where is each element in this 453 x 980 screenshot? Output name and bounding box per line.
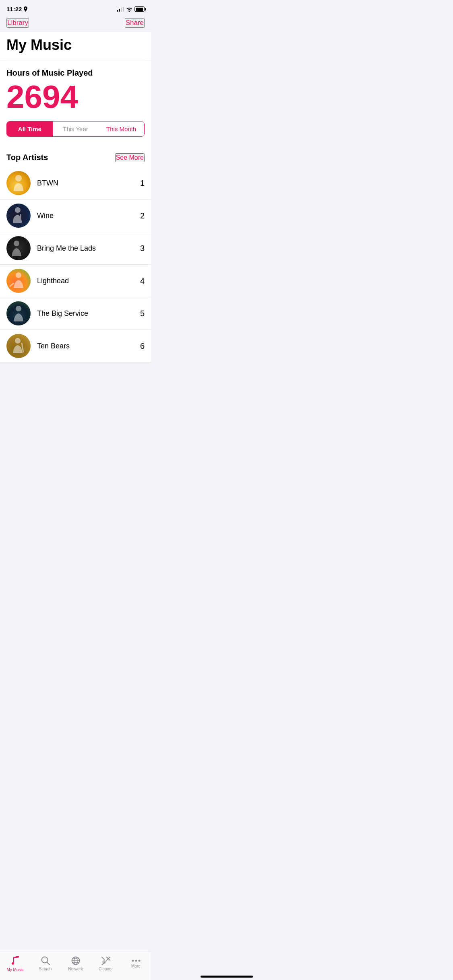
artist-avatar bbox=[6, 269, 31, 293]
artist-name: Ten Bears bbox=[37, 342, 140, 350]
stats-label: Hours of Music Played bbox=[6, 68, 145, 78]
status-time: 11:22 bbox=[6, 6, 22, 12]
artist-rank: 1 bbox=[140, 179, 145, 188]
svg-point-7 bbox=[15, 338, 21, 344]
location-icon bbox=[23, 6, 28, 12]
status-icons bbox=[117, 6, 145, 12]
artist-name: BTWN bbox=[37, 179, 140, 187]
page-title: My Music bbox=[0, 32, 151, 60]
all-time-filter[interactable]: All Time bbox=[7, 121, 53, 136]
artist-rank: 6 bbox=[140, 342, 145, 351]
artist-name: The Big Service bbox=[37, 309, 140, 318]
artist-item[interactable]: Ten Bears 6 bbox=[0, 330, 151, 362]
svg-point-6 bbox=[16, 306, 21, 311]
signal-bars bbox=[117, 7, 124, 12]
artist-rank: 2 bbox=[140, 211, 145, 220]
artist-item[interactable]: Bring Me the Lads 3 bbox=[0, 232, 151, 265]
see-more-button[interactable]: See More bbox=[115, 153, 145, 162]
this-year-filter[interactable]: This Year bbox=[53, 121, 99, 136]
artist-name: Bring Me the Lads bbox=[37, 244, 140, 253]
this-month-filter[interactable]: This Month bbox=[98, 121, 144, 136]
artist-item[interactable]: BTWN 1 bbox=[0, 167, 151, 200]
top-artists-title: Top Artists bbox=[6, 153, 48, 162]
svg-point-1 bbox=[15, 207, 21, 213]
artist-avatar bbox=[6, 301, 31, 325]
time-filter: All Time This Year This Month bbox=[6, 121, 145, 137]
battery-icon bbox=[134, 6, 145, 12]
artist-item[interactable]: Wine 2 bbox=[0, 200, 151, 232]
artist-avatar bbox=[6, 204, 31, 228]
artist-rank: 4 bbox=[140, 276, 145, 286]
top-artists-header: Top Artists See More bbox=[0, 153, 151, 167]
artist-rank: 3 bbox=[140, 244, 145, 253]
artist-item[interactable]: Lighthead 4 bbox=[0, 265, 151, 297]
artist-name: Lighthead bbox=[37, 277, 140, 285]
artist-item[interactable]: The Big Service 5 bbox=[0, 297, 151, 330]
svg-point-0 bbox=[15, 175, 22, 181]
artist-name: Wine bbox=[37, 212, 140, 220]
artist-rank: 5 bbox=[140, 309, 145, 318]
share-button[interactable]: Share bbox=[125, 18, 145, 28]
svg-point-4 bbox=[16, 272, 21, 278]
stats-section: Hours of Music Played 2694 All Time This… bbox=[0, 60, 151, 153]
artist-avatar bbox=[6, 171, 31, 195]
nav-bar: Library Share bbox=[0, 15, 151, 32]
status-bar: 11:22 bbox=[0, 0, 151, 15]
svg-point-3 bbox=[14, 241, 19, 246]
svg-rect-2 bbox=[20, 214, 21, 219]
svg-line-5 bbox=[10, 283, 14, 286]
artist-list: BTWN 1 Wine 2 Bring Me the Lads 3 Lighth… bbox=[0, 167, 151, 362]
artist-avatar bbox=[6, 334, 31, 358]
artist-avatar bbox=[6, 236, 31, 260]
stats-number: 2694 bbox=[6, 81, 145, 113]
library-button[interactable]: Library bbox=[6, 18, 29, 28]
wifi-icon bbox=[126, 7, 132, 12]
